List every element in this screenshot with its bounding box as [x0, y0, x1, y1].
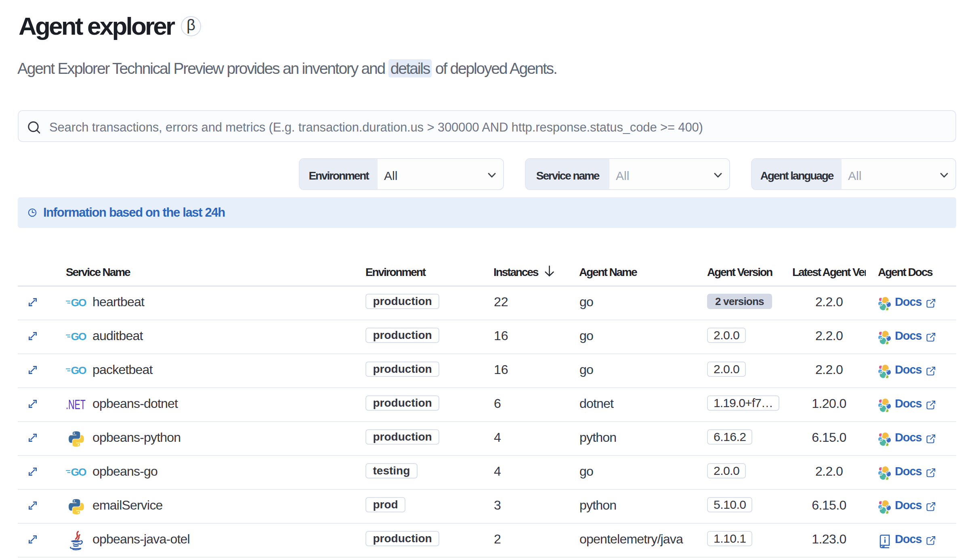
svg-text:GO: GO: [71, 332, 87, 342]
svg-text:GO: GO: [71, 298, 87, 308]
svg-text:GO: GO: [71, 366, 87, 376]
svg-text:GO: GO: [71, 467, 87, 478]
svg-text:.NET: .NET: [66, 397, 86, 412]
